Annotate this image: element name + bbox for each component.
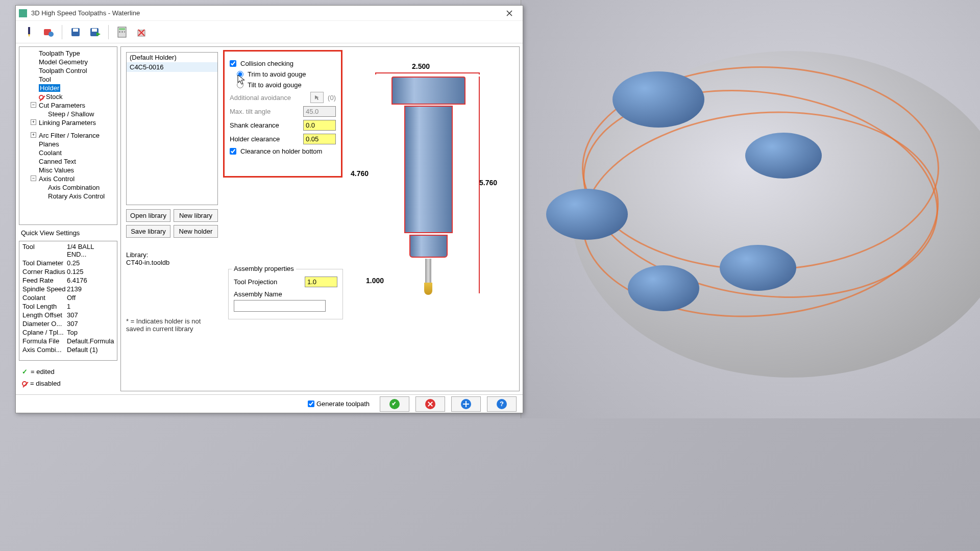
quickview-title: Quick View Settings — [19, 228, 117, 238]
select-avoidance-button[interactable] — [310, 92, 324, 103]
ok-button[interactable] — [380, 396, 409, 412]
check-icon: ✓ — [22, 368, 28, 375]
app-icon — [19, 9, 27, 17]
disabled-icon — [22, 381, 27, 386]
holder-list[interactable]: (Default Holder) C4C5-0016 — [126, 52, 218, 205]
svg-rect-0 — [28, 27, 30, 34]
svg-rect-5 — [73, 29, 78, 32]
quickview-panel: Tool1/4 BALL END... Tool Diameter0.25 Co… — [19, 241, 117, 361]
svg-rect-10 — [119, 28, 125, 30]
dim-width: 2.500 — [412, 62, 430, 70]
tree-canned-text[interactable]: Canned Text — [20, 157, 116, 166]
collision-group: Collision checking Trim to avoid gouge T… — [223, 50, 342, 178]
legend: ✓= edited = disabled — [19, 364, 117, 391]
save-library-button[interactable]: Save library — [126, 225, 170, 238]
titlebar: 3D High Speed Toolpaths - Waterline — [16, 6, 523, 21]
holder-diagram: 2.500 4.760 5.760 1.000 — [351, 62, 504, 302]
disabled-icon — [39, 95, 44, 100]
holder-item-default[interactable]: (Default Holder) — [127, 53, 217, 62]
window-title: 3D High Speed Toolpaths - Waterline — [31, 9, 499, 17]
svg-rect-7 — [92, 29, 97, 32]
tree-model-geometry[interactable]: Model Geometry — [20, 58, 116, 66]
cancel-button[interactable] — [415, 396, 445, 412]
svg-marker-1 — [28, 34, 30, 37]
max-tilt-input — [303, 106, 336, 117]
collision-checkbox[interactable] — [230, 60, 236, 67]
close-icon — [506, 10, 512, 16]
tool-projection-input[interactable] — [305, 277, 337, 287]
tree-steep-shallow[interactable]: Steep / Shallow — [20, 110, 116, 118]
holder-item-c4c5[interactable]: C4C5-0016 — [127, 62, 217, 72]
dialog-footer: Generate toolpath ? — [16, 394, 523, 413]
svg-rect-13 — [124, 31, 125, 33]
viewport-3d — [521, 0, 980, 418]
calculator-icon[interactable] — [114, 24, 130, 40]
open-library-button[interactable]: Open library — [126, 209, 170, 222]
new-holder-button[interactable]: New holder — [174, 225, 218, 238]
tree-arc-filter[interactable]: +Arc Filter / Tolerance — [20, 131, 116, 140]
help-button[interactable]: ? — [487, 396, 517, 412]
library-info: Library: CT40-in.tooldb — [126, 251, 218, 266]
dim-total-height: 5.760 — [479, 179, 497, 187]
shank-clearance-input[interactable] — [303, 120, 336, 131]
tool-icon[interactable] — [21, 24, 37, 40]
holder-panel: (Default Holder) C4C5-0016 Open library … — [120, 46, 520, 391]
tree-tool[interactable]: Tool — [20, 75, 116, 84]
tree-coolant[interactable]: Coolant — [20, 148, 116, 157]
library-note: * = Indicates holder is not saved in cur… — [126, 317, 218, 333]
tree-toolpath-type[interactable]: Toolpath Type — [20, 49, 116, 58]
tree-planes[interactable]: Planes — [20, 140, 116, 148]
help-icon: ? — [497, 399, 507, 409]
tilt-radio[interactable] — [237, 82, 243, 88]
delete-icon[interactable] — [133, 24, 150, 40]
tree-linking-parameters[interactable]: +Linking Parameters — [20, 118, 116, 127]
tree-axis-combination[interactable]: Axis Combination — [20, 183, 116, 192]
toolpath-settings-icon[interactable] — [40, 24, 57, 40]
save-as-icon[interactable] — [87, 24, 103, 40]
collapse-icon[interactable]: − — [31, 102, 36, 108]
close-button[interactable] — [499, 7, 520, 19]
pointer-icon — [314, 94, 320, 101]
toolbar — [16, 21, 523, 43]
holder-clearance-input[interactable] — [303, 134, 336, 144]
collapse-icon[interactable]: − — [31, 176, 36, 181]
clearance-bottom-checkbox[interactable] — [230, 148, 236, 155]
svg-rect-12 — [121, 31, 123, 33]
tree-toolpath-control[interactable]: Toolpath Control — [20, 66, 116, 75]
tree-misc-values[interactable]: Misc Values — [20, 166, 116, 174]
assembly-group: Assembly properties Tool Projection Asse… — [228, 269, 343, 319]
tree-holder[interactable]: Holder — [20, 84, 116, 92]
expand-icon[interactable]: + — [31, 119, 36, 125]
expand-icon[interactable]: + — [31, 132, 36, 138]
parameter-tree[interactable]: Toolpath Type Model Geometry Toolpath Co… — [19, 46, 117, 225]
assembly-name-input[interactable] — [234, 300, 326, 312]
toolpath-dialog: 3D High Speed Toolpaths - Waterline Tool… — [15, 5, 523, 413]
cancel-icon — [425, 399, 435, 409]
svg-point-3 — [48, 32, 54, 37]
trim-radio[interactable] — [237, 71, 243, 78]
dim-holder-height: 4.760 — [351, 169, 369, 178]
generate-checkbox[interactable] — [308, 400, 314, 407]
tree-cut-parameters[interactable]: −Cut Parameters — [20, 101, 116, 110]
check-icon — [389, 399, 400, 409]
tree-stock[interactable]: Stock — [20, 92, 116, 101]
tree-rotary-axis[interactable]: Rotary Axis Control — [20, 192, 116, 201]
tree-axis-control[interactable]: −Axis Control — [20, 174, 116, 183]
save-icon[interactable] — [67, 24, 84, 40]
new-library-button[interactable]: New library — [174, 209, 218, 222]
apply-button[interactable] — [451, 396, 481, 412]
svg-rect-11 — [119, 31, 120, 33]
plus-icon — [461, 399, 471, 409]
